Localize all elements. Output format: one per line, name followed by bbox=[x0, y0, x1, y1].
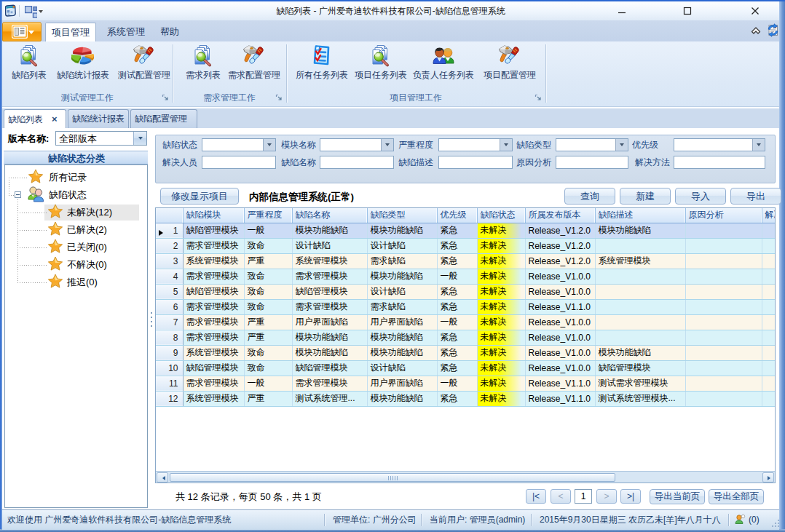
grid-cell[interactable]: 严重 bbox=[244, 330, 292, 345]
dialog-launcher-icon[interactable] bbox=[275, 94, 284, 103]
grid-cell[interactable]: 紧急 bbox=[437, 391, 477, 406]
grid-cell[interactable]: Release_V1.1.0 bbox=[525, 299, 595, 314]
panel-splitter[interactable] bbox=[148, 128, 155, 509]
grid-row-header[interactable]: 2 bbox=[156, 238, 183, 253]
filter-input-解决人员[interactable] bbox=[202, 156, 276, 169]
filter-combo-优先级[interactable] bbox=[674, 138, 765, 151]
grid-cell[interactable]: 未解决 bbox=[477, 376, 525, 391]
grid-cell[interactable]: 需求缺陷 bbox=[367, 253, 437, 269]
export-current-page-button[interactable]: 导出当前页 bbox=[650, 489, 705, 504]
grid-cell[interactable] bbox=[762, 299, 776, 314]
next-page-button[interactable]: > bbox=[596, 489, 617, 504]
grid-cell[interactable]: 未解决 bbox=[477, 345, 525, 360]
grid-column-header-缺陷模块[interactable]: 缺陷模块 bbox=[183, 208, 244, 223]
toolbar-button-导出[interactable]: 导出 bbox=[730, 188, 781, 205]
grid-cell[interactable]: 紧急 bbox=[437, 299, 477, 314]
grid-row-3[interactable]: 3系统管理模块严重系统管理模块需求缺陷紧急未解决Release_V1.2.0系统… bbox=[156, 253, 776, 269]
grid-cell[interactable]: 设计缺陷 bbox=[367, 284, 437, 299]
grid-cell[interactable] bbox=[595, 238, 685, 253]
grid-cell[interactable]: 未解决 bbox=[477, 269, 525, 284]
filter-combo-缺陷状态[interactable] bbox=[202, 138, 276, 151]
grid-column-header-缺陷状态[interactable]: 缺陷状态 bbox=[477, 208, 525, 223]
grid-cell[interactable] bbox=[762, 223, 776, 238]
grid-cell[interactable]: 用户界面缺陷 bbox=[367, 376, 437, 391]
filter-input-原因分析[interactable] bbox=[556, 156, 628, 169]
grid-cell[interactable]: 需求管理模块 bbox=[183, 269, 244, 284]
dialog-launcher-icon[interactable] bbox=[534, 94, 543, 103]
grid-cell[interactable] bbox=[762, 376, 776, 391]
grid-row-9[interactable]: 9系统管理模块致命模块功能缺陷模块功能缺陷紧急未解决Release_V1.0.0… bbox=[156, 345, 776, 360]
document-tab-2[interactable]: 缺陷统计报表 bbox=[68, 109, 129, 128]
grid-cell[interactable]: Release_V1.1.0 bbox=[525, 376, 595, 391]
tree-item-缺陷状态[interactable]: 缺陷状态 bbox=[5, 186, 147, 204]
grid-cell[interactable]: 系统管理模块 bbox=[183, 345, 244, 360]
first-page-button[interactable]: |< bbox=[526, 489, 546, 504]
grid-cell[interactable]: Release_V1.0.0 bbox=[525, 345, 595, 360]
combo-dropdown-icon[interactable] bbox=[500, 139, 512, 151]
grid-cell[interactable]: 未解决 bbox=[477, 330, 525, 345]
minimize-button[interactable] bbox=[610, 1, 634, 20]
maximize-button[interactable] bbox=[675, 1, 700, 20]
grid-cell[interactable]: 紧急 bbox=[437, 284, 477, 299]
grid-row-4[interactable]: 4需求管理模块致命需求管理模块模块功能缺陷一般未解决Release_V1.0.0 bbox=[156, 269, 776, 284]
grid-cell[interactable]: 致命 bbox=[244, 345, 292, 360]
scrollbar-thumb[interactable] bbox=[170, 473, 615, 483]
close-tab-icon[interactable]: × bbox=[52, 114, 58, 124]
modify-display-items-button[interactable]: 修改显示项目 bbox=[160, 188, 239, 205]
grid-column-header-解决方法[interactable]: 解决方法 bbox=[762, 208, 776, 223]
grid-column-header-严重程度[interactable]: 严重程度 bbox=[244, 208, 292, 223]
grid-column-header-所属发布版本[interactable]: 所属发布版本 bbox=[525, 208, 595, 223]
grid-cell[interactable]: 紧急 bbox=[437, 345, 477, 360]
grid-cell[interactable]: 未解决 bbox=[477, 391, 525, 406]
grid-column-header-缺陷名称[interactable]: 缺陷名称 bbox=[292, 208, 367, 223]
grid-row-header[interactable]: 8 bbox=[156, 330, 183, 345]
grid-cell[interactable] bbox=[762, 314, 776, 330]
grid-row-header[interactable]: 5 bbox=[156, 284, 183, 299]
grid-cell[interactable]: 系统管理模块 bbox=[595, 253, 685, 269]
grid-cell[interactable] bbox=[685, 299, 762, 314]
grid-cell[interactable]: 需求管理模块 bbox=[183, 330, 244, 345]
grid-cell[interactable] bbox=[685, 223, 762, 238]
grid-cell[interactable] bbox=[595, 314, 685, 330]
grid-cell[interactable] bbox=[595, 284, 685, 299]
toolbar-button-查询[interactable]: 查询 bbox=[564, 188, 615, 205]
grid-cell[interactable]: 模块功能缺陷 bbox=[292, 330, 367, 345]
grid-cell[interactable]: 一般 bbox=[437, 314, 477, 330]
grid-cell[interactable] bbox=[685, 391, 762, 406]
scroll-right-icon[interactable] bbox=[762, 472, 774, 483]
grid-cell[interactable]: 设计缺陷 bbox=[292, 238, 367, 253]
grid-cell[interactable]: 一般 bbox=[244, 223, 292, 238]
grid-cell[interactable] bbox=[595, 299, 685, 314]
grid-cell[interactable]: Release_V1.2.0 bbox=[525, 253, 595, 269]
grid-cell[interactable]: 需求管理模块 bbox=[183, 299, 244, 314]
grid-cell[interactable]: 致命 bbox=[244, 360, 292, 376]
grid-row-header[interactable]: 9 bbox=[156, 345, 183, 360]
grid-row-12[interactable]: 12系统管理模块严重测试系统管理...模块功能缺陷紧急未解决Release_V1… bbox=[156, 391, 776, 406]
grid-cell[interactable]: 系统管理模块 bbox=[183, 253, 244, 269]
filter-combo-缺陷类型[interactable] bbox=[556, 138, 628, 151]
grid-row-5[interactable]: 5缺陷管理模块致命缺陷管理模块设计缺陷紧急未解决Release_V1.0.0 bbox=[156, 284, 776, 299]
ribbon-tab-1[interactable]: 项目管理 bbox=[45, 23, 96, 41]
grid-cell[interactable]: 需求管理模块 bbox=[183, 376, 244, 391]
grid-cell[interactable] bbox=[762, 360, 776, 376]
grid-cell[interactable]: 用户界面缺陷 bbox=[292, 314, 367, 330]
grid-column-header-原因分析[interactable]: 原因分析 bbox=[685, 208, 762, 223]
grid-cell[interactable]: Release_V1.2.0 bbox=[525, 223, 595, 238]
filter-input-缺陷描述[interactable] bbox=[438, 156, 513, 169]
grid-cell[interactable]: 测试系统管理模块... bbox=[595, 391, 685, 406]
grid-cell[interactable] bbox=[685, 284, 762, 299]
grid-cell[interactable] bbox=[762, 253, 776, 269]
grid-cell[interactable]: Release_V1.0.0 bbox=[525, 284, 595, 299]
grid-cell[interactable]: 需求管理模块 bbox=[183, 238, 244, 253]
grid-row-header[interactable]: 7 bbox=[156, 314, 183, 330]
grid-cell[interactable]: 缺陷管理模块 bbox=[183, 223, 244, 238]
grid-cell[interactable] bbox=[762, 330, 776, 345]
filter-combo-模块名称[interactable] bbox=[320, 138, 394, 151]
grid-cell[interactable]: 致命 bbox=[244, 284, 292, 299]
grid-cell[interactable] bbox=[595, 330, 685, 345]
grid-cell[interactable]: 缺陷管理模块 bbox=[183, 284, 244, 299]
grid-cell[interactable]: 未解决 bbox=[477, 314, 525, 330]
grid-cell[interactable] bbox=[685, 314, 762, 330]
grid-cell[interactable]: 未解决 bbox=[477, 299, 525, 314]
grid-row-8[interactable]: 8需求管理模块严重模块功能缺陷模块功能缺陷紧急未解决Release_V1.0.0 bbox=[156, 330, 776, 345]
